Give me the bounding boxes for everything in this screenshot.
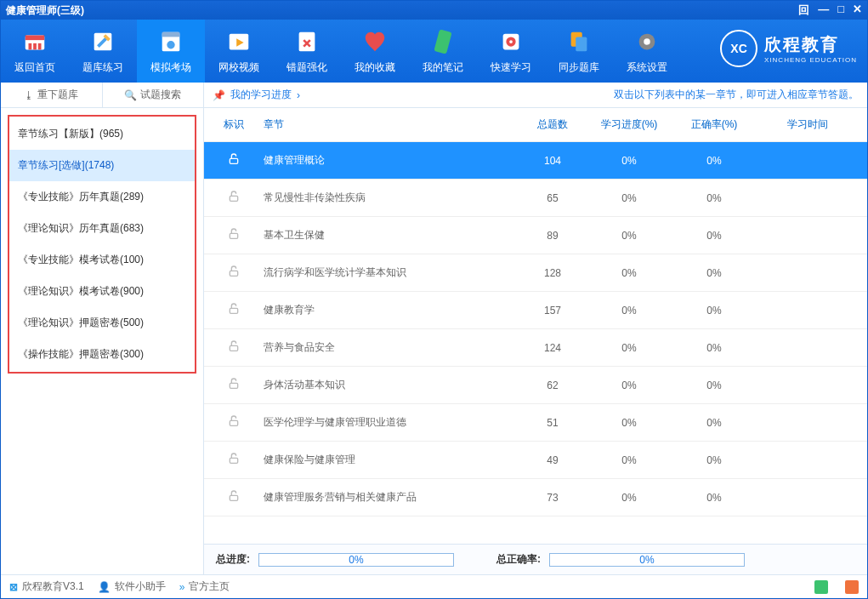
redownload-bank-button[interactable]: ⭳ 重下题库 [1, 83, 102, 107]
col-progress: 学习进度(%) [587, 117, 672, 132]
svg-rect-2 [29, 43, 32, 49]
table-row[interactable]: 流行病学和医学统计学基本知识1280%0% [204, 254, 867, 292]
table-row[interactable]: 营养与食品安全1240%0% [204, 329, 867, 367]
maximize-alt-icon[interactable]: 回 [798, 3, 809, 18]
lock-icon [213, 227, 255, 243]
col-accuracy: 正确率(%) [672, 117, 757, 132]
chevron-right-icon: » [179, 581, 185, 593]
table-row[interactable]: 健康教育学1570%0% [204, 292, 867, 329]
question-count: 51 [519, 417, 587, 429]
my-progress-button[interactable]: 📌 我的学习进度 › [213, 88, 300, 102]
sim-icon [157, 28, 184, 55]
main-toolbar: 返回首页题库练习模拟考场网校视频错题强化我的收藏我的笔记快速学习同步题库系统设置… [1, 20, 867, 83]
svg-rect-12 [434, 29, 451, 54]
sidebar-item[interactable]: 章节练习【新版】(965) [9, 118, 195, 150]
table-row[interactable]: 健康管理服务营销与相关健康产品730%0% [204, 479, 867, 516]
toolbar-sync-button[interactable]: 同步题库 [545, 20, 613, 83]
toolbar-settings-button[interactable]: 系统设置 [613, 20, 681, 83]
svg-rect-27 [230, 420, 237, 425]
chapter-name: 医学伦理学与健康管理职业道德 [255, 415, 519, 430]
toolbar-fav-button[interactable]: 我的收藏 [341, 20, 409, 83]
progress-footer: 总进度: 0% 总正确率: 0% [204, 544, 867, 574]
helper-link[interactable]: 👤 软件小助手 [98, 579, 166, 594]
homepage-link[interactable]: » 官方主页 [179, 579, 230, 594]
sidebar-item[interactable]: 《理论知识》历年真题(683) [9, 213, 195, 244]
table-row[interactable]: 基本卫生保健890%0% [204, 217, 867, 254]
share-icon[interactable] [845, 580, 859, 594]
settings-icon [633, 28, 661, 55]
svg-rect-29 [230, 495, 237, 500]
maximize-icon[interactable]: □ [837, 3, 844, 18]
table-row[interactable]: 身体活动基本知识620%0% [204, 367, 867, 404]
progress-value: 0% [587, 454, 672, 466]
sidebar-item[interactable]: 《专业技能》模考试卷(100) [9, 244, 195, 276]
progress-value: 0% [587, 155, 672, 167]
progress-value: 0% [587, 417, 672, 429]
sidebar-item[interactable]: 章节练习[选做](1748) [9, 150, 195, 181]
accuracy-value: 0% [672, 155, 757, 167]
svg-rect-28 [230, 458, 237, 463]
question-count: 65 [519, 192, 587, 204]
accuracy-value: 0% [672, 492, 757, 504]
chapter-name: 健康保险与健康管理 [255, 453, 519, 467]
progress-value: 0% [587, 230, 672, 242]
progress-value: 0% [587, 192, 672, 204]
lock-icon [213, 414, 255, 431]
lock-icon [213, 489, 255, 505]
sidebar-item[interactable]: 《操作技能》押题密卷(300) [9, 339, 195, 370]
progress-value: 0% [587, 267, 672, 279]
table-row[interactable]: 健康管理概论1040%0% [204, 142, 867, 180]
chapter-name: 健康管理服务营销与相关健康产品 [255, 490, 519, 505]
pin-icon: 📌 [213, 89, 225, 101]
svg-point-8 [167, 41, 174, 48]
svg-point-19 [644, 38, 650, 45]
brand-abbr: XC [720, 30, 757, 67]
toolbar-sim-button[interactable]: 模拟考场 [137, 20, 205, 83]
toolbar-wrong-button[interactable]: 错题强化 [273, 20, 341, 83]
app-version[interactable]: ⊠ 欣程教育V3.1 [9, 579, 84, 594]
fav-icon [361, 28, 389, 55]
lock-icon [213, 302, 255, 318]
accuracy-value: 0% [672, 267, 757, 279]
table-row[interactable]: 常见慢性非传染性疾病650%0% [204, 180, 867, 217]
toolbar-video-button[interactable]: 网校视频 [205, 20, 273, 83]
question-count: 124 [519, 342, 587, 354]
minimize-icon[interactable]: — [818, 3, 829, 18]
sidebar-item[interactable]: 《理论知识》押题密卷(500) [9, 307, 195, 339]
col-lock: 标识 [213, 117, 255, 132]
home-icon [21, 28, 48, 55]
accuracy-value: 0% [672, 417, 757, 429]
lock-icon [213, 190, 255, 206]
total-progress-label: 总进度: [216, 552, 250, 567]
svg-rect-1 [26, 35, 45, 40]
sidebar-item[interactable]: 《理论知识》模考试卷(900) [9, 276, 195, 307]
close-icon[interactable]: ✕ [853, 3, 862, 18]
question-count: 62 [519, 379, 587, 391]
total-progress-bar: 0% [258, 553, 454, 567]
bank-icon [89, 28, 116, 55]
svg-rect-25 [230, 345, 237, 351]
toolbar-home-button[interactable]: 返回首页 [1, 20, 69, 83]
table-row[interactable]: 医学伦理学与健康管理职业道德510%0% [204, 404, 867, 442]
hint-text: 双击以下列表中的某一章节，即可进入相应章节答题。 [614, 88, 859, 102]
chapter-name: 营养与食品安全 [255, 340, 519, 355]
chapter-name: 健康教育学 [255, 303, 519, 317]
accuracy-value: 0% [672, 342, 757, 354]
stats-icon[interactable] [814, 580, 828, 594]
question-count: 128 [519, 267, 587, 279]
toolbar-quick-button[interactable]: 快速学习 [477, 20, 545, 83]
chapter-name: 常见慢性非传染性疾病 [255, 191, 519, 205]
svg-rect-24 [230, 308, 237, 313]
progress-value: 0% [587, 379, 672, 391]
search-questions-button[interactable]: 🔍 试题搜索 [102, 83, 204, 107]
svg-rect-22 [230, 233, 237, 238]
brand-en: XINCHENG EDUCATION [764, 56, 857, 64]
brand-logo: XC 欣程教育 XINCHENG EDUCATION [720, 30, 857, 67]
toolbar-notes-button[interactable]: 我的笔记 [409, 20, 477, 83]
table-row[interactable]: 健康保险与健康管理490%0% [204, 442, 867, 479]
total-accuracy-label: 总正确率: [496, 552, 541, 567]
svg-rect-7 [162, 31, 180, 37]
toolbar-bank-button[interactable]: 题库练习 [69, 20, 137, 83]
sidebar-item[interactable]: 《专业技能》历年真题(289) [9, 181, 195, 213]
svg-rect-4 [38, 43, 42, 49]
